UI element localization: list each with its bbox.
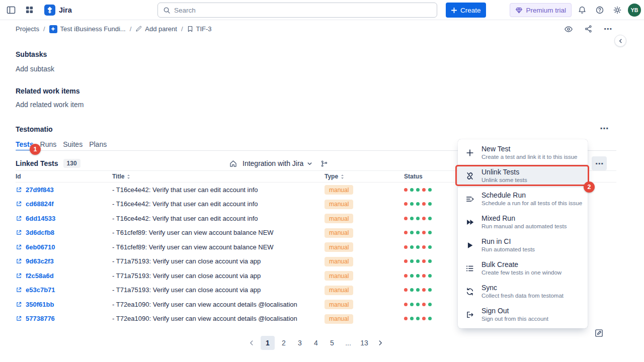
annotation-step-1: 1 — [30, 144, 41, 155]
menu-item-title: Run in CI — [481, 238, 535, 245]
gem-icon — [515, 7, 523, 14]
menu-item-mixed-run[interactable]: Mixed RunRun manual and automated tests — [458, 211, 588, 234]
list-icon — [465, 264, 475, 273]
status-dot — [410, 231, 414, 234]
breadcrumb-project[interactable]: Test iBusiness Fundi... — [49, 25, 126, 33]
search-input[interactable] — [174, 7, 432, 14]
notifications-bell-icon[interactable] — [575, 3, 589, 17]
page-button-1[interactable]: 1 — [261, 336, 275, 350]
menu-item-subtitle: Unlink some tests — [481, 177, 527, 184]
test-title: - T71a75193: Verify user can close accou… — [112, 272, 325, 280]
menu-item-sign-out[interactable]: Sign OutSign out from this account — [458, 303, 588, 326]
testomatio-more-icon[interactable]: ⋯ — [597, 122, 612, 134]
tab-suites[interactable]: Suites — [63, 140, 83, 150]
menu-item-subtitle: Run automated tests — [481, 246, 535, 253]
watch-eye-icon[interactable] — [561, 22, 576, 36]
compose-edit-icon[interactable] — [592, 326, 606, 340]
share-icon[interactable] — [581, 22, 595, 36]
page-button-5[interactable]: 5 — [325, 336, 339, 350]
external-link-icon — [16, 287, 22, 293]
breadcrumb-issue-key[interactable]: TIF-3 — [187, 25, 212, 33]
external-link-icon — [16, 315, 22, 322]
status-dot — [404, 188, 408, 192]
menu-item-unlink-tests[interactable]: Unlink TestsUnlink some tests — [458, 164, 588, 188]
column-header-title[interactable]: Title — [112, 173, 325, 180]
test-id-link[interactable]: 6dd14533 — [26, 215, 55, 222]
test-type-badge: manual — [325, 286, 353, 295]
tab-runs[interactable]: Runs — [40, 140, 57, 150]
app-switcher-icon[interactable] — [22, 3, 36, 17]
branch-icon[interactable] — [320, 160, 328, 167]
breadcrumb-separator: / — [43, 25, 45, 33]
previous-page-button[interactable] — [245, 336, 259, 350]
integration-dropdown[interactable]: Integration with Jira — [243, 159, 312, 167]
home-icon[interactable] — [229, 159, 237, 168]
menu-item-title: Mixed Run — [481, 215, 567, 222]
menu-item-subtitle: Run manual and automated tests — [481, 223, 567, 230]
test-title: - T16ce4e42: Verify that user can edit a… — [112, 200, 325, 208]
add-subtask-button[interactable]: Add subtask — [16, 65, 54, 73]
create-button[interactable]: Create — [446, 3, 486, 18]
external-link-icon — [16, 215, 22, 222]
test-id-link[interactable]: f2c58a6d — [26, 272, 54, 280]
collapse-panel-button[interactable] — [614, 35, 626, 47]
status-dot — [428, 245, 432, 249]
breadcrumb-separator: / — [181, 25, 183, 33]
jira-home-link[interactable]: Jira — [44, 5, 72, 16]
menu-item-title: Schedule Run — [481, 192, 582, 199]
status-dot — [428, 303, 432, 306]
column-label: Type — [325, 173, 338, 180]
breadcrumb-projects[interactable]: Projects — [16, 25, 39, 33]
tab-plans[interactable]: Plans — [89, 140, 107, 150]
status-dot — [404, 202, 408, 206]
menu-item-bulk-create[interactable]: Bulk CreateCreate few tests in one windo… — [458, 257, 588, 280]
plus-icon — [451, 7, 457, 14]
status-dot — [404, 288, 408, 292]
test-id-link[interactable]: 9d63c2f3 — [26, 257, 54, 265]
global-search[interactable] — [157, 3, 437, 18]
menu-item-subtitle: Create a test and link it it to this iss… — [481, 154, 577, 160]
linked-tests-more-button[interactable]: ⋯ — [592, 156, 607, 170]
menu-item-new-test[interactable]: New TestCreate a test and link it it to … — [458, 141, 588, 164]
test-id-link[interactable]: cd68824f — [26, 200, 54, 208]
status-dot — [416, 202, 420, 206]
plus-icon — [465, 148, 475, 157]
test-id-link[interactable]: 350f61bb — [26, 301, 54, 308]
test-id-link[interactable]: e53c7b71 — [26, 286, 55, 294]
settings-gear-icon[interactable] — [610, 3, 624, 17]
menu-item-subtitle: Collect fresh data from testomat — [481, 293, 564, 299]
premium-trial-button[interactable]: Premium trial — [510, 3, 572, 17]
schedule-icon — [465, 195, 475, 204]
testomatio-actions-menu: New TestCreate a test and link it it to … — [458, 139, 588, 328]
test-id-link[interactable]: 57738776 — [26, 315, 55, 322]
user-avatar[interactable]: YB — [628, 4, 641, 17]
jira-logo-icon — [44, 5, 55, 16]
status-dot — [404, 317, 408, 320]
external-link-icon — [16, 229, 22, 236]
annotation-step-2: 2 — [584, 182, 595, 193]
test-type-badge: manual — [325, 271, 353, 281]
menu-item-sync[interactable]: SyncCollect fresh data from testomat — [458, 280, 588, 303]
add-related-work-item-button[interactable]: Add related work item — [16, 101, 84, 109]
page-button-4[interactable]: 4 — [309, 336, 323, 350]
status-dot — [416, 274, 420, 278]
help-icon[interactable] — [593, 3, 607, 17]
column-header-type[interactable]: Type — [325, 173, 404, 180]
page-button-3[interactable]: 3 — [293, 336, 307, 350]
status-dot — [422, 288, 426, 292]
page-button-2[interactable]: 2 — [277, 336, 291, 350]
menu-item-title: New Test — [481, 145, 577, 153]
status-dot — [410, 259, 414, 263]
menu-item-schedule-run[interactable]: Schedule RunSchedule a run for all tests… — [458, 188, 588, 211]
linked-tests-count-badge: 130 — [63, 159, 80, 168]
test-id-link[interactable]: 3d6dcfb8 — [26, 229, 54, 236]
menu-item-run-in-ci[interactable]: Run in CIRun automated tests — [458, 234, 588, 257]
test-id-link[interactable]: 6eb06710 — [26, 243, 55, 251]
project-icon — [49, 25, 57, 33]
add-parent-button[interactable]: Add parent — [135, 25, 177, 33]
test-id-link[interactable]: 27d9f843 — [26, 186, 54, 194]
next-page-button[interactable] — [373, 336, 387, 350]
more-actions-icon[interactable]: ⋯ — [601, 22, 615, 36]
page-button-13[interactable]: 13 — [357, 336, 371, 350]
sidebar-toggle-button[interactable] — [4, 3, 18, 17]
